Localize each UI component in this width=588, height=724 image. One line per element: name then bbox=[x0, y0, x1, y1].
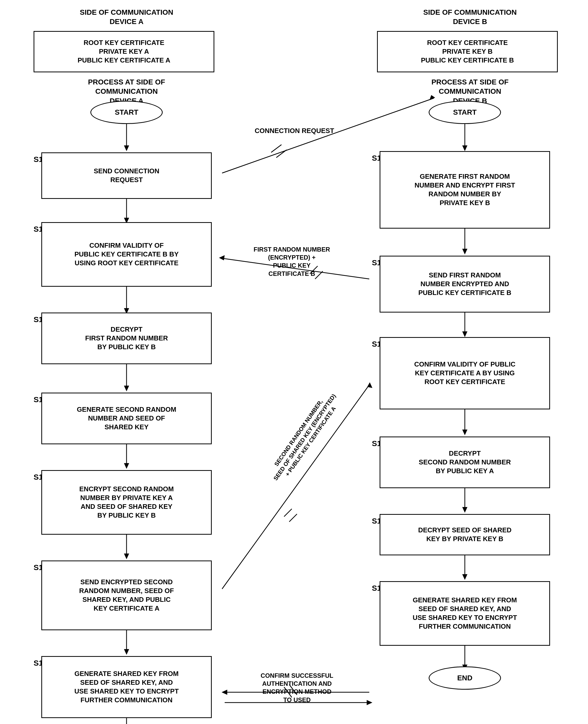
svg-marker-7 bbox=[124, 386, 129, 391]
step-s116-box: SEND ENCRYPTED SECONDRANDOM NUMBER, SEED… bbox=[41, 560, 212, 630]
svg-marker-45 bbox=[367, 700, 372, 705]
svg-line-33 bbox=[276, 150, 287, 158]
side-b-keys-box: ROOT KEY CERTIFICATEPRIVATE KEY BPUBLIC … bbox=[377, 31, 558, 72]
svg-marker-27 bbox=[462, 574, 467, 580]
step-s126-box: GENERATE SHARED KEY FROMSEED OF SHARED K… bbox=[380, 581, 550, 646]
svg-marker-25 bbox=[462, 507, 467, 513]
flowchart-diagram: SIDE OF COMMUNICATIONDEVICE A SIDE OF CO… bbox=[0, 0, 588, 724]
side-a-start-oval: START bbox=[90, 101, 163, 124]
svg-marker-23 bbox=[462, 430, 467, 435]
svg-line-40 bbox=[284, 509, 292, 517]
step-s115-box: ENCRYPT SECOND RANDOMNUMBER BY PRIVATE K… bbox=[41, 470, 212, 535]
step-s114-box: GENERATE SECOND RANDOMNUMBER AND SEED OF… bbox=[41, 393, 212, 444]
side-a-keys-box: ROOT KEY CERTIFICATEPRIVATE KEY APUBLIC … bbox=[34, 31, 214, 72]
step-s125-box: DECRYPT SEED OF SHAREDKEY BY PRIVATE KEY… bbox=[380, 514, 550, 555]
svg-marker-35 bbox=[219, 255, 225, 260]
svg-marker-17 bbox=[462, 145, 467, 151]
confirm-auth-label: CONFIRM SUCCESSFULAUTHENTICATION ANDENCR… bbox=[227, 671, 367, 704]
step-s121-box: GENERATE FIRST RANDOMNUMBER AND ENCRYPT … bbox=[380, 151, 550, 229]
svg-marker-43 bbox=[222, 690, 227, 695]
svg-marker-1 bbox=[124, 145, 129, 151]
step-s124-box: DECRYPTSECOND RANDOM NUMBERBY PUBLIC KEY… bbox=[380, 436, 550, 488]
svg-line-38 bbox=[222, 385, 369, 589]
side-b-start-oval: START bbox=[429, 101, 501, 124]
side-a-header: SIDE OF COMMUNICATIONDEVICE A bbox=[51, 8, 202, 27]
svg-marker-9 bbox=[124, 463, 129, 469]
step-s117-box: GENERATE SHARED KEY FROMSEED OF SHARED K… bbox=[41, 656, 212, 718]
step-s122-box: SEND FIRST RANDOMNUMBER ENCRYPTED ANDPUB… bbox=[380, 256, 550, 313]
step-s123-box: CONFIRM VALIDITY OF PUBLICKEY CERTIFICAT… bbox=[380, 337, 550, 409]
svg-marker-19 bbox=[462, 249, 467, 254]
svg-marker-13 bbox=[124, 649, 129, 655]
first-random-number-label: FIRST RANDOM NUMBER(ENCRYPTED) +PUBLIC K… bbox=[225, 245, 359, 278]
connection-request-label: CONNECTION REQUEST bbox=[232, 127, 356, 135]
side-b-header: SIDE OF COMMUNICATIONDEVICE B bbox=[395, 8, 545, 27]
side-b-end-oval: END bbox=[429, 666, 501, 690]
svg-marker-21 bbox=[462, 331, 467, 337]
step-s112-box: CONFIRM VALIDITY OFPUBLIC KEY CERTIFICAT… bbox=[41, 222, 212, 287]
svg-marker-11 bbox=[124, 554, 129, 559]
svg-line-41 bbox=[289, 514, 297, 522]
step-s111-box: SEND CONNECTIONREQUEST bbox=[41, 152, 212, 199]
step-s113-box: DECRYPTFIRST RANDOM NUMBERBY PUBLIC KEY … bbox=[41, 313, 212, 364]
second-random-number-label: SECOND RANDOM NUMBER,SEED OF SHARED KEY … bbox=[265, 387, 345, 488]
svg-marker-39 bbox=[367, 382, 372, 388]
svg-line-32 bbox=[271, 145, 281, 152]
